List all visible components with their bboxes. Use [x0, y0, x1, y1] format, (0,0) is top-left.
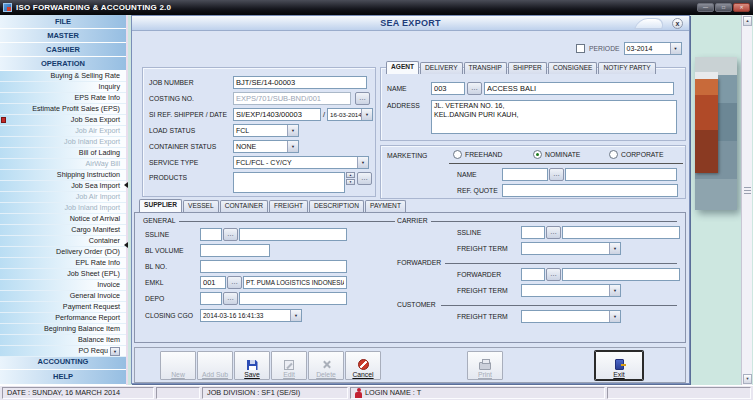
sidebar-item-bill-of-lading[interactable]: Bill of Lading	[0, 148, 126, 159]
tab-tranship[interactable]: TRANSHIP	[464, 62, 507, 74]
load-status-select[interactable]: FCL ▼	[233, 124, 299, 137]
bl-volume-input[interactable]	[200, 244, 270, 257]
marketing-name-code-input[interactable]	[502, 168, 548, 181]
tab-consignee[interactable]: CONSIGNEE	[548, 62, 598, 74]
products-textarea[interactable]	[233, 172, 345, 193]
carrier-freight-term-select[interactable]: ▼	[521, 242, 621, 255]
radio-freehand[interactable]	[453, 150, 462, 159]
delete-button[interactable]: Delete	[308, 351, 344, 380]
marketing-name-browse-button[interactable]: …	[549, 168, 564, 181]
emkl-browse-button[interactable]: …	[227, 276, 242, 289]
maximize-button[interactable]: □	[715, 3, 732, 12]
service-type-select[interactable]: FCL/FCL - CY/CY ▼	[233, 156, 369, 169]
splitter-collapse-arrow[interactable]	[124, 242, 128, 248]
forwarder-input[interactable]	[562, 268, 680, 281]
tab-description[interactable]: DESCRIPTION	[309, 200, 364, 212]
si-ref-input[interactable]	[233, 108, 321, 121]
new-button[interactable]: New	[160, 351, 196, 380]
cancel-button[interactable]: Cancel	[345, 351, 381, 380]
sidebar-item-performance-report[interactable]: Performance Report	[0, 313, 126, 324]
chevron-down-icon[interactable]: ▼	[110, 347, 120, 356]
closing-cgo-select[interactable]: 2014-03-16 16:41:33 ▼	[200, 309, 302, 322]
sidebar-item-cargo-manifest[interactable]: Cargo Manifest	[0, 225, 126, 236]
party-name-input[interactable]	[484, 82, 674, 95]
depo-code-input[interactable]	[200, 292, 222, 305]
exit-button[interactable]: Exit	[595, 351, 643, 380]
sidebar-item-epl-rate-info[interactable]: EPL Rate Info	[0, 258, 126, 269]
forwarder-browse-button[interactable]: …	[546, 268, 561, 281]
carrier-ssline-code-input[interactable]	[521, 226, 545, 239]
marketing-option-freehand[interactable]: FREEHAND	[453, 150, 502, 159]
depo-browse-button[interactable]: …	[223, 292, 238, 305]
forwarder-freight-term-select[interactable]: ▼	[521, 284, 621, 297]
sidebar-item-inquiry[interactable]: Inquiry	[0, 82, 126, 93]
job-number-input[interactable]	[233, 76, 367, 89]
carrier-ssline-input[interactable]	[562, 226, 680, 239]
sidebar-item-notice-of-arrival[interactable]: Notice of Arrival	[0, 214, 126, 225]
radio-corporate[interactable]	[609, 150, 618, 159]
sidebar-item-airway-bill[interactable]: AirWay Bill	[0, 159, 126, 170]
sidebar-item-eps-rate-info[interactable]: EPS Rate Info	[0, 93, 126, 104]
sidebar-item-payment-request[interactable]: Payment Request	[0, 302, 126, 313]
marketing-option-nominate[interactable]: NOMINATE	[533, 150, 580, 159]
sidebar-item-job-sea-import[interactable]: Job Sea Import	[0, 181, 126, 192]
party-code-input[interactable]	[431, 82, 465, 95]
sidebar-item-shipping-instruction[interactable]: Shipping Instruction	[0, 170, 126, 181]
sidebar-item-delivery-order[interactable]: Delivery Order (DO)	[0, 247, 126, 258]
splitter-collapse-arrow[interactable]	[124, 182, 128, 188]
carrier-ssline-browse-button[interactable]: …	[546, 226, 561, 239]
scroll-down-icon[interactable]: ▼	[743, 374, 752, 384]
print-button[interactable]: Print	[467, 351, 503, 380]
sidebar-section-file[interactable]: FILE	[0, 15, 126, 29]
sidebar-item-job-sea-export[interactable]: Job Sea Export	[0, 115, 126, 126]
products-spinner[interactable]: ▲ ▼	[346, 172, 355, 185]
scrollbar-grip[interactable]	[744, 187, 751, 194]
customer-freight-term-select[interactable]: ▼	[521, 310, 621, 323]
sidebar-item-buying-selling-rate[interactable]: Buying & Selling Rate	[0, 71, 126, 82]
scroll-up-icon[interactable]: ▲	[743, 16, 752, 26]
periode-checkbox[interactable]	[576, 44, 585, 53]
tab-notify-party[interactable]: NOTIFY PARTY	[598, 62, 655, 74]
tab-delivery[interactable]: DELIVERY	[420, 62, 463, 74]
sidebar-item-po-request[interactable]: PO Requ▼	[0, 346, 126, 357]
tab-payment[interactable]: PAYMENT	[365, 200, 406, 212]
save-button[interactable]: Save	[234, 351, 270, 380]
tab-shipper[interactable]: SHIPPER	[508, 62, 547, 74]
party-browse-button[interactable]: …	[467, 82, 482, 95]
close-button[interactable]: ✕	[733, 3, 750, 12]
sidebar-item-invoice[interactable]: Invoice	[0, 280, 126, 291]
periode-select[interactable]: 03-2014 ▼	[624, 42, 682, 55]
general-ssline-browse-button[interactable]: …	[223, 228, 238, 241]
marketing-option-corporate[interactable]: CORPORATE	[609, 150, 664, 159]
sidebar-item-estimate-profit-sales[interactable]: Estimate Profit Sales (EPS)	[0, 104, 126, 115]
sidebar-item-job-sheet-epl[interactable]: Job Sheet (EPL)	[0, 269, 126, 280]
sidebar-item-container[interactable]: Container	[0, 236, 126, 247]
sidebar-item-balance-item[interactable]: Balance Item	[0, 335, 126, 346]
sidebar-section-master[interactable]: MASTER	[0, 29, 126, 43]
tab-container[interactable]: CONTAINER	[220, 200, 268, 212]
marketing-name-input[interactable]	[565, 168, 677, 181]
spinner-up-icon[interactable]: ▲	[346, 172, 355, 178]
radio-nominate[interactable]	[533, 150, 542, 159]
sidebar-item-job-inland-export[interactable]: Job Inland Export	[0, 137, 126, 148]
costing-browse-button[interactable]: …	[355, 92, 370, 105]
general-ssline-code-input[interactable]	[200, 228, 222, 241]
si-date-select[interactable]: 16-03-2014 ▼	[327, 108, 373, 121]
tab-freight[interactable]: FREIGHT	[269, 200, 308, 212]
sidebar-section-help[interactable]: HELP	[0, 370, 126, 385]
sidebar-section-cashier[interactable]: CASHIER	[0, 43, 126, 57]
sidebar-item-general-invoice[interactable]: General Invoice	[0, 291, 126, 302]
forwarder-code-input[interactable]	[521, 268, 545, 281]
sidebar-item-beginning-balance-item[interactable]: Beginning Balance Item	[0, 324, 126, 335]
costing-no-input[interactable]	[233, 92, 351, 105]
bl-no-input[interactable]	[200, 260, 347, 273]
products-browse-button[interactable]: …	[357, 172, 372, 185]
tab-agent[interactable]: AGENT	[386, 61, 419, 74]
spinner-down-icon[interactable]: ▼	[346, 179, 355, 185]
sidebar-section-accounting[interactable]: ACCOUNTING	[0, 355, 126, 370]
sidebar-section-operation[interactable]: OPERATION	[0, 57, 126, 71]
child-close-icon[interactable]: x	[672, 18, 683, 29]
minimize-button[interactable]: —	[697, 3, 714, 12]
edit-button[interactable]: Edit	[271, 351, 307, 380]
container-status-select[interactable]: NONE ▼	[233, 140, 299, 153]
